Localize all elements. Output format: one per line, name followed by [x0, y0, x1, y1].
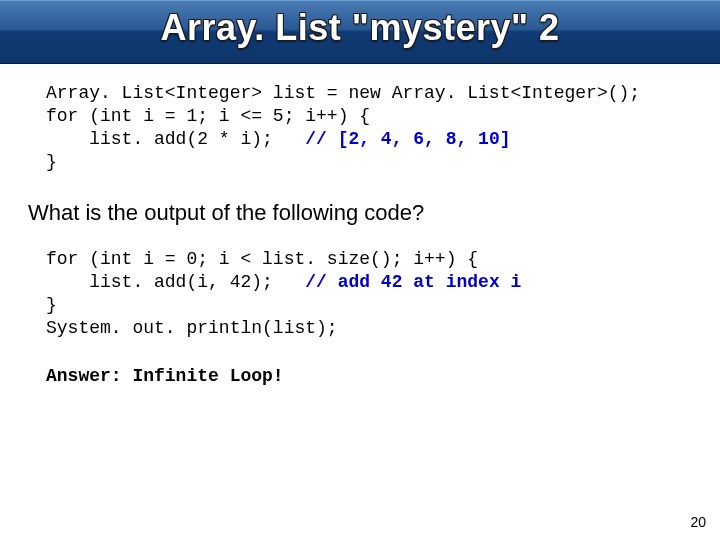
code-block-1: Array. List<Integer> list = new Array. L…: [46, 82, 692, 174]
code2-line4: System. out. println(list);: [46, 318, 338, 338]
code1-line1: Array. List<Integer> list = new Array. L…: [46, 83, 640, 103]
code1-line4: }: [46, 152, 57, 172]
code2-line2a: list. add(i, 42);: [46, 272, 273, 292]
code2-line3: }: [46, 295, 57, 315]
answer-text: Answer: Infinite Loop!: [46, 366, 692, 386]
question-text: What is the output of the following code…: [28, 200, 692, 226]
title-bar: Array. List "mystery" 2: [0, 0, 720, 64]
slide-body: Array. List<Integer> list = new Array. L…: [0, 64, 720, 386]
code2-comment: // add 42 at index i: [273, 272, 521, 292]
page-number: 20: [690, 514, 706, 530]
code-block-2: for (int i = 0; i < list. size(); i++) {…: [46, 248, 692, 340]
code1-comment: // [2, 4, 6, 8, 10]: [273, 129, 511, 149]
code1-line2: for (int i = 1; i <= 5; i++) {: [46, 106, 370, 126]
code1-line3a: list. add(2 * i);: [46, 129, 273, 149]
code2-line1: for (int i = 0; i < list. size(); i++) {: [46, 249, 478, 269]
slide-title: Array. List "mystery" 2: [0, 7, 720, 49]
